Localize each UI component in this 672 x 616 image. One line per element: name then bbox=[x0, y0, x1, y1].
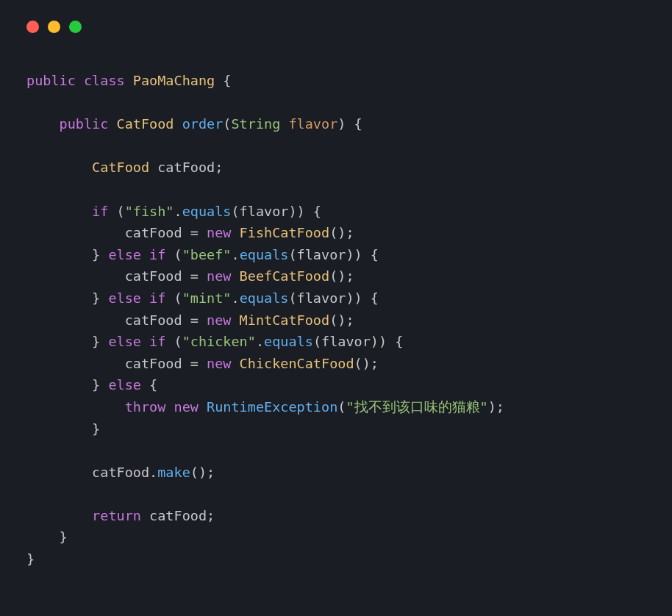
method-equals: equals bbox=[264, 334, 313, 349]
window-titlebar bbox=[6, 6, 666, 33]
parens: (); bbox=[190, 465, 215, 480]
keyword-if: if bbox=[92, 204, 108, 219]
keyword-new: new bbox=[207, 356, 231, 371]
paren-close: ); bbox=[488, 399, 504, 415]
brace-open: { bbox=[313, 204, 321, 219]
close-icon[interactable] bbox=[26, 21, 39, 33]
method-equals: equals bbox=[240, 290, 289, 306]
dot: . bbox=[174, 204, 182, 219]
paren-open: ( bbox=[337, 399, 346, 415]
exception-type: RuntimeException bbox=[207, 399, 337, 415]
var-ref: catFood bbox=[149, 508, 207, 523]
paren-open: ( bbox=[313, 334, 321, 349]
var-ref: flavor bbox=[321, 334, 371, 349]
semicolon: ; bbox=[215, 160, 223, 175]
dot: . bbox=[231, 290, 239, 306]
assign-op: = bbox=[190, 356, 199, 371]
paren-open: ( bbox=[231, 204, 239, 219]
param-type: String bbox=[231, 116, 280, 132]
parens: (); bbox=[329, 312, 354, 328]
paren-close: )) bbox=[288, 204, 304, 219]
keyword-new: new bbox=[207, 312, 231, 328]
string-literal: "fish" bbox=[125, 204, 174, 219]
paren-open: ( bbox=[174, 334, 182, 349]
code-block: public class PaoMaChang { public CatFood… bbox=[6, 33, 666, 570]
keyword-public: public bbox=[26, 73, 76, 88]
brace-open: { bbox=[223, 73, 231, 88]
keyword-else: else bbox=[108, 290, 141, 306]
maximize-icon[interactable] bbox=[69, 21, 82, 33]
keyword-public: public bbox=[60, 116, 109, 132]
brace-open: { bbox=[395, 334, 403, 349]
string-literal: "找不到该口味的猫粮" bbox=[346, 399, 487, 415]
keyword-else: else bbox=[108, 377, 141, 393]
paren-close: )) bbox=[371, 334, 387, 349]
method-call: make bbox=[157, 465, 190, 480]
paren-open: ( bbox=[117, 204, 125, 219]
keyword-if: if bbox=[149, 247, 165, 262]
paren-open: ( bbox=[223, 116, 231, 132]
brace-close: } bbox=[92, 421, 100, 437]
paren-close: ) bbox=[337, 116, 346, 132]
minimize-icon[interactable] bbox=[48, 21, 60, 33]
assign-op: = bbox=[190, 312, 199, 328]
brace-close: } bbox=[92, 377, 100, 393]
var-ref: catFood bbox=[125, 268, 182, 284]
brace-open: { bbox=[149, 377, 157, 393]
parens: (); bbox=[329, 225, 354, 240]
constructor: FishCatFood bbox=[240, 225, 330, 240]
keyword-new: new bbox=[174, 399, 199, 415]
parens: (); bbox=[329, 268, 354, 284]
brace-open: { bbox=[354, 116, 362, 132]
constructor: MintCatFood bbox=[240, 312, 330, 328]
keyword-if: if bbox=[149, 290, 165, 306]
param-name: flavor bbox=[288, 116, 337, 132]
method-name: order bbox=[182, 116, 224, 132]
paren-open: ( bbox=[174, 247, 182, 262]
keyword-new: new bbox=[207, 225, 231, 240]
brace-close: } bbox=[92, 334, 100, 349]
string-literal: "mint" bbox=[182, 290, 232, 306]
return-type: CatFood bbox=[117, 116, 174, 132]
keyword-return: return bbox=[92, 508, 141, 523]
paren-close: )) bbox=[346, 290, 362, 306]
semicolon: ; bbox=[207, 508, 215, 523]
paren-open: ( bbox=[288, 290, 296, 306]
constructor: ChickenCatFood bbox=[240, 356, 354, 371]
string-literal: "chicken" bbox=[182, 334, 256, 349]
var-name: catFood bbox=[157, 160, 215, 175]
brace-close: } bbox=[60, 529, 68, 545]
brace-close: } bbox=[92, 290, 100, 306]
method-equals: equals bbox=[240, 247, 289, 262]
var-type: CatFood bbox=[92, 160, 149, 175]
brace-open: { bbox=[371, 247, 379, 262]
keyword-class: class bbox=[84, 73, 125, 88]
paren-open: ( bbox=[288, 247, 296, 262]
keyword-else: else bbox=[108, 334, 141, 349]
keyword-else: else bbox=[108, 247, 141, 262]
var-ref: flavor bbox=[297, 290, 346, 306]
keyword-throw: throw bbox=[125, 399, 166, 415]
var-ref: flavor bbox=[297, 247, 346, 262]
brace-close: } bbox=[26, 551, 35, 567]
keyword-if: if bbox=[149, 334, 165, 349]
var-ref: catFood bbox=[125, 312, 182, 328]
paren-open: ( bbox=[174, 290, 182, 306]
var-ref: catFood bbox=[125, 356, 182, 371]
assign-op: = bbox=[190, 268, 199, 284]
brace-open: { bbox=[371, 290, 379, 306]
assign-op: = bbox=[190, 225, 199, 240]
dot: . bbox=[231, 247, 239, 262]
paren-close: )) bbox=[346, 247, 362, 262]
string-literal: "beef" bbox=[182, 247, 232, 262]
var-ref: catFood bbox=[92, 465, 149, 480]
brace-close: } bbox=[92, 247, 100, 262]
constructor: BeefCatFood bbox=[240, 268, 330, 284]
class-name: PaoMaChang bbox=[133, 73, 215, 88]
var-ref: flavor bbox=[240, 204, 289, 219]
method-equals: equals bbox=[182, 204, 232, 219]
dot: . bbox=[256, 334, 264, 349]
var-ref: catFood bbox=[125, 225, 182, 240]
parens: (); bbox=[354, 356, 379, 371]
dot: . bbox=[149, 465, 157, 480]
